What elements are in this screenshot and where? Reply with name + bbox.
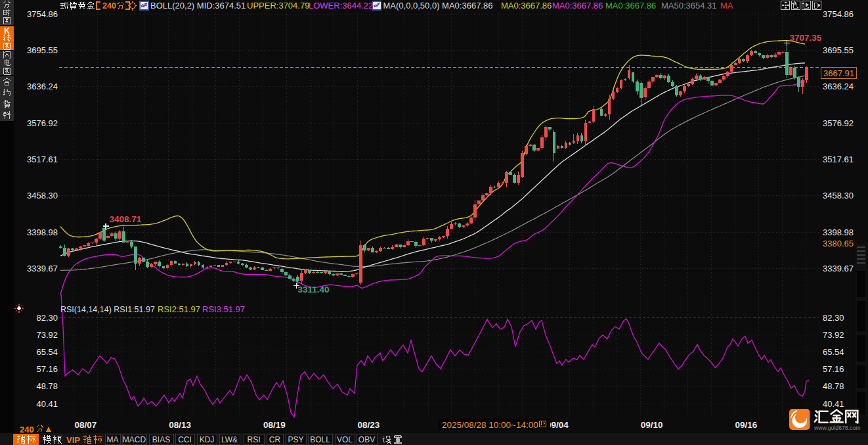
svg-text:RSI(14,14,14) RSI1:51.97: RSI(14,14,14) RSI1:51.97: [60, 305, 155, 314]
svg-text:65.54: 65.54: [36, 347, 58, 357]
svg-text:3458.30: 3458.30: [27, 191, 58, 200]
svg-text:3695.55: 3695.55: [27, 45, 58, 55]
svg-text:57.16: 57.16: [36, 364, 58, 374]
svg-text:LW&: LW&: [221, 435, 238, 444]
svg-text:09/10: 09/10: [641, 420, 663, 430]
svg-text:3636.24: 3636.24: [27, 82, 58, 91]
svg-text:40.41: 40.41: [823, 399, 844, 409]
svg-text:73.92: 73.92: [823, 330, 844, 340]
svg-text:08/07: 08/07: [75, 420, 97, 430]
svg-text:3380.65: 3380.65: [823, 239, 854, 248]
svg-text:3339.67: 3339.67: [27, 264, 58, 273]
svg-text:3339.67: 3339.67: [823, 264, 854, 273]
svg-text:3754.86: 3754.86: [27, 9, 58, 19]
svg-text:PSY: PSY: [288, 435, 303, 444]
svg-text:MA0:3667.86: MA0:3667.86: [552, 1, 603, 11]
svg-text:MA50:3654.31: MA50:3654.31: [661, 1, 717, 11]
svg-text:OBV: OBV: [358, 435, 375, 444]
svg-text:MA: MA: [107, 435, 119, 444]
svg-text:VOL: VOL: [337, 435, 353, 444]
svg-text:40.41: 40.41: [36, 399, 58, 409]
svg-text:2025/08/28 10:00~14:00: 2025/08/28 10:00~14:00: [442, 420, 538, 430]
svg-text:BIAS: BIAS: [152, 435, 170, 444]
svg-text:UPPER:3704.79: UPPER:3704.79: [247, 1, 309, 11]
svg-text:3667.91: 3667.91: [823, 68, 854, 78]
svg-text:3695.55: 3695.55: [823, 45, 854, 55]
svg-text:CR: CR: [269, 435, 281, 444]
svg-text:K: K: [4, 26, 10, 35]
svg-text:3398.98: 3398.98: [27, 227, 58, 237]
svg-text:3576.92: 3576.92: [823, 118, 854, 128]
svg-text:MACD: MACD: [123, 435, 146, 444]
svg-text:240: 240: [102, 1, 116, 11]
svg-text:3517.61: 3517.61: [27, 154, 58, 164]
svg-text:BOLL(20,2) MID:3674.51: BOLL(20,2) MID:3674.51: [150, 1, 246, 11]
svg-text:3754.86: 3754.86: [823, 9, 854, 19]
svg-text:3458.30: 3458.30: [823, 191, 854, 200]
svg-text:08/19: 08/19: [263, 420, 286, 430]
svg-text:3517.61: 3517.61: [823, 154, 854, 164]
svg-text:240: 240: [20, 425, 34, 434]
svg-text:BOLL: BOLL: [310, 435, 330, 444]
svg-text:48.78: 48.78: [36, 381, 58, 391]
svg-text:RSI2:51.97: RSI2:51.97: [158, 304, 200, 314]
svg-text:3408.71: 3408.71: [110, 214, 142, 224]
svg-text:MA0:3667.86: MA0:3667.86: [605, 1, 656, 11]
svg-text:3311.40: 3311.40: [298, 285, 330, 294]
svg-text:09/16: 09/16: [735, 420, 757, 430]
svg-text:3636.24: 3636.24: [823, 82, 854, 91]
svg-text:57.16: 57.16: [823, 364, 844, 374]
svg-text:3398.98: 3398.98: [823, 227, 854, 237]
svg-text:3707.35: 3707.35: [790, 33, 822, 43]
svg-text:65.54: 65.54: [823, 347, 844, 357]
svg-text:MA(0,0,0,50,0) MA0:3667.86: MA(0,0,0,50,0) MA0:3667.86: [383, 1, 493, 11]
svg-text:3576.92: 3576.92: [27, 118, 58, 128]
svg-text:08/13: 08/13: [169, 420, 191, 430]
svg-text:RSI3:51.97: RSI3:51.97: [202, 304, 245, 314]
svg-text:RSI: RSI: [247, 435, 260, 444]
svg-text:48.78: 48.78: [823, 381, 844, 391]
svg-text:VIP: VIP: [66, 435, 80, 445]
svg-text:LOWER:3644.22: LOWER:3644.22: [309, 1, 373, 11]
svg-text:CCI: CCI: [178, 435, 192, 444]
svg-text:82.30: 82.30: [36, 313, 58, 323]
svg-text:08/23: 08/23: [358, 420, 380, 430]
svg-text:MA0:3667.86: MA0:3667.86: [501, 1, 552, 11]
svg-text:KDJ: KDJ: [200, 435, 215, 444]
svg-text:MA: MA: [720, 1, 733, 11]
svg-text:73.92: 73.92: [36, 330, 58, 340]
svg-text:82.30: 82.30: [823, 313, 844, 323]
svg-text:www.gold678.com: www.gold678.com: [814, 425, 861, 431]
